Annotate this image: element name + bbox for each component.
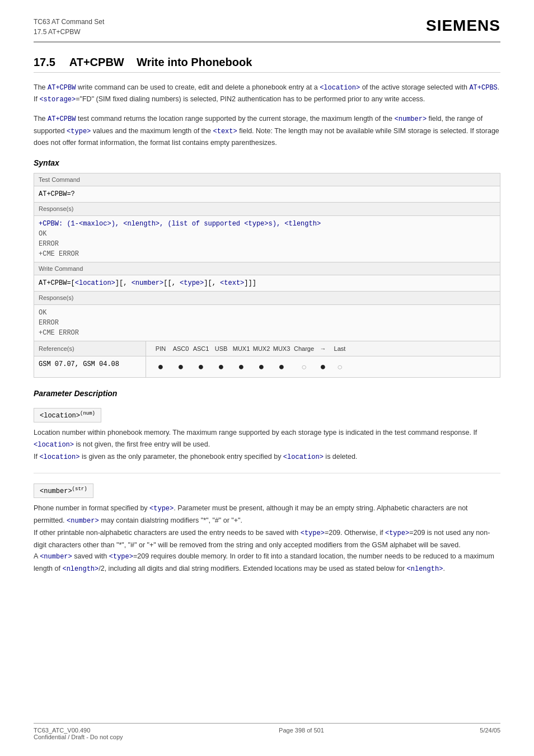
footer-doc-id: TC63_ATC_V00.490 <box>34 727 123 734</box>
wc-location: <location> <box>75 279 115 287</box>
wc-number: <number> <box>132 279 164 287</box>
param-number-box: <number>(str) <box>34 483 93 498</box>
nlength-ref: <nlength> <box>123 220 160 228</box>
write-command-label-row: Write Command <box>34 262 500 275</box>
section-number: 17.5 <box>34 56 55 68</box>
param-number-desc: Phone number in format specified by <typ… <box>34 503 500 575</box>
code-type-2: <type> <box>149 505 174 513</box>
reference-row: Reference(s) PIN ASC0 ASC1 USB MUX1 MUX2… <box>34 341 500 356</box>
param-location-sup: (num) <box>80 411 95 416</box>
footer-right: 5/24/05 <box>480 727 500 740</box>
type-list: <type> <box>244 220 268 228</box>
code-type-3: <type> <box>301 529 325 537</box>
code-loc-3: <location> <box>39 453 79 461</box>
test-response-line1: +CPBW: (1-<maxloc>), <nlength>, (list of… <box>39 220 321 228</box>
ind-header-pin: PIN <box>151 344 171 354</box>
ind-header-last: Last <box>330 344 350 354</box>
write-response-row: OK ERROR +CME ERROR <box>34 304 500 341</box>
test-response-content: +CPBW: (1-<maxloc>), <nlength>, (list of… <box>34 215 500 262</box>
param-location-section: <location>(num) Location number within p… <box>34 408 500 463</box>
dot-last: ○ <box>330 360 350 374</box>
test-command-code: AT+CPBW=? <box>34 186 500 203</box>
param-heading: Parameter Description <box>34 389 500 398</box>
error-2: ERROR <box>39 319 59 327</box>
ind-header-usb: USB <box>211 344 231 354</box>
ind-header-mux2: MUX2 <box>251 344 271 354</box>
section-command: AT+CPBW <box>69 56 124 68</box>
section-ref: 17.5 AT+CPBW <box>34 27 104 37</box>
tlength-ref: <tlength> <box>284 220 321 228</box>
cme-error-2: +CME ERROR <box>39 329 79 337</box>
wc-type: <type> <box>180 279 204 287</box>
reference-value-row: GSM 07.07, GSM 04.08 ● ● ● ● ● ● ● ○ ● ○ <box>34 356 500 378</box>
reference-label: Reference(s) <box>34 341 146 356</box>
code-storage: <storage> <box>39 96 76 104</box>
ind-header-charge: Charge <box>292 344 316 354</box>
syntax-table: Test Command AT+CPBW=? Response(s) +CPBW… <box>34 173 500 378</box>
test-command-row: AT+CPBW=? <box>34 186 500 203</box>
ok-2: OK <box>39 309 46 317</box>
syntax-heading: Syntax <box>34 158 500 167</box>
dot-usb: ● <box>211 359 231 374</box>
param-location-box: <location>(num) <box>34 408 101 422</box>
dot-charge: ○ <box>292 360 316 374</box>
write-response-content: OK ERROR +CME ERROR <box>34 304 500 341</box>
code-atcpbs: AT+CPBS <box>469 84 497 92</box>
page-header: TC63 AT Command Set 17.5 AT+CPBW SIEMENS <box>34 17 500 43</box>
ind-header-mux3: MUX3 <box>271 344 292 354</box>
ind-header-asc1: ASC1 <box>191 344 211 354</box>
maxloc: <maxloc> <box>79 220 111 228</box>
code-atcpbw-1: AT+CPBW <box>48 84 76 92</box>
doc-title: TC63 AT Command Set <box>34 17 104 27</box>
code-number-intro: <number> <box>395 115 427 123</box>
code-atcpbw-2: AT+CPBW <box>48 115 76 123</box>
code-type-4: <type> <box>385 529 409 537</box>
code-type-5: <type> <box>109 553 133 561</box>
test-response-label: Response(s) <box>34 203 500 216</box>
intro-para2: The AT+CPBW test command returns the loc… <box>34 113 500 148</box>
write-response-label: Response(s) <box>34 292 500 305</box>
footer-left: TC63_ATC_V00.490 Confidential / Draft - … <box>34 727 123 740</box>
code-nlength-3: <nlength> <box>407 565 443 573</box>
test-response-row: +CPBW: (1-<maxloc>), <nlength>, (list of… <box>34 215 500 262</box>
wc-text: <text> <box>220 279 244 287</box>
code-location-1: <location> <box>320 84 360 92</box>
brand-logo: SIEMENS <box>426 17 500 35</box>
dot-mux1: ● <box>231 359 251 374</box>
indicators-header-cell: PIN ASC0 ASC1 USB MUX1 MUX2 MUX3 Charge … <box>146 341 500 356</box>
test-response-label-row: Response(s) <box>34 203 500 216</box>
dot-arrow: ● <box>316 359 330 374</box>
write-response-label-row: Response(s) <box>34 292 500 305</box>
intro-para1: The AT+CPBW write command can be used to… <box>34 82 500 105</box>
code-number-2: <number> <box>67 517 99 525</box>
error-1: ERROR <box>39 240 59 248</box>
page: TC63 AT Command Set 17.5 AT+CPBW SIEMENS… <box>0 0 534 756</box>
dot-asc1: ● <box>191 359 211 374</box>
indicators-dots-cell: ● ● ● ● ● ● ● ○ ● ○ <box>146 356 500 378</box>
param-number-section: <number>(str) Phone number in format spe… <box>34 483 500 575</box>
code-text-intro: <text> <box>213 128 237 135</box>
section-subtitle: Write into Phonebook <box>137 56 252 68</box>
ok-1: OK <box>39 230 46 238</box>
write-command-code: AT+CPBW=[<location>][, <number>[[, <type… <box>34 275 500 292</box>
dot-mux3: ● <box>271 359 292 374</box>
code-loc-4: <location> <box>283 453 324 461</box>
code-nlength-2: <nlength> <box>62 565 99 573</box>
param-separator <box>34 473 500 473</box>
test-command-label-row: Test Command <box>34 173 500 186</box>
header-left: TC63 AT Command Set 17.5 AT+CPBW <box>34 17 104 37</box>
code-loc-2: <location> <box>34 441 74 449</box>
page-footer: TC63_ATC_V00.490 Confidential / Draft - … <box>34 723 500 740</box>
footer-center: Page 398 of 501 <box>279 727 324 740</box>
footer-confidential: Confidential / Draft - Do not copy <box>34 734 123 740</box>
write-command-label: Write Command <box>34 262 500 275</box>
ind-header-arrow: → <box>316 344 330 354</box>
section-title: 17.5 AT+CPBW Write into Phonebook <box>34 56 500 73</box>
reference-value: GSM 07.07, GSM 04.08 <box>34 356 146 378</box>
dot-pin: ● <box>151 359 171 374</box>
write-command-row: AT+CPBW=[<location>][, <number>[[, <type… <box>34 275 500 292</box>
test-command-label: Test Command <box>34 173 500 186</box>
code-number-3: <number> <box>40 553 72 561</box>
cme-error-1: +CME ERROR <box>39 250 79 258</box>
ind-header-asc0: ASC0 <box>171 344 191 354</box>
